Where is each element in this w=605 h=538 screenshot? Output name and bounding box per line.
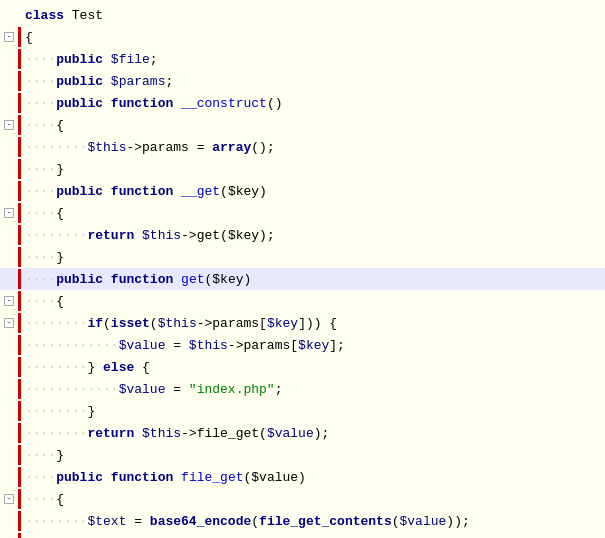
fold-box[interactable]: - [4,208,14,218]
var-token: $key [267,316,298,331]
code-content: ····{ [21,118,605,133]
method-token: file_get [181,470,243,485]
indent-dots-token: ········ [25,426,87,441]
indent-dots-token: ···· [25,52,56,67]
fold-box[interactable]: - [4,494,14,504]
plain-token: ( [150,316,158,331]
kw-file_get_contents-token: file_get_contents [259,514,392,529]
indent-dots-token: ···· [25,118,56,133]
indent-dots-token: ···· [25,250,56,265]
code-line: ········return $this->get($key); [0,224,605,246]
kw-function-token: function [111,470,173,485]
code-content: ····public $params; [21,74,605,89]
var-token: $this [142,228,181,243]
code-line: ····public $file; [0,48,605,70]
gutter: - [0,296,18,306]
code-content: ····public function get($key) [21,272,605,287]
plain-token: ( [392,514,400,529]
kw-class-token: class [25,8,64,23]
var-token: $file [111,52,150,67]
plain-token: -> [126,140,142,155]
indent-dots-token: ···· [25,74,56,89]
var-token: $params [111,74,166,89]
code-content: ····public function file_get($value) [21,470,605,485]
indent-dots-token: ···· [25,272,56,287]
var-token: $this [158,316,197,331]
plain-token [173,184,181,199]
plain-token [173,272,181,287]
var-token: $this [87,140,126,155]
plain-token: { [134,360,150,375]
code-content: ········return $this->get($key); [21,228,605,243]
code-line: ········$this->params = array(); [0,136,605,158]
gutter: - [0,494,18,504]
code-line: -{ [0,26,605,48]
method-token: get [181,272,204,287]
plain-token: Test [64,8,103,23]
var-token: $this [142,426,181,441]
code-editor: class Test-{····public $file;····public … [0,0,605,538]
indent-dots-token: ···· [25,448,56,463]
code-line: -····{ [0,290,605,312]
indent-dots-token: ········ [25,316,87,331]
var-token: $this [189,338,228,353]
plain-token: (); [251,140,274,155]
fold-box[interactable]: - [4,296,14,306]
indent-dots-token: ············ [25,382,119,397]
plain-token: } [87,360,103,375]
method-token: __get [181,184,220,199]
kw-function-token: function [111,184,173,199]
code-line: ····public function __construct() [0,92,605,114]
fold-box[interactable]: - [4,120,14,130]
indent-dots-token: ···· [25,162,56,177]
code-line: ····public $params; [0,70,605,92]
plain-token: -> [181,228,197,243]
indent-dots-token: ········ [25,140,87,155]
plain-token: ; [150,52,158,67]
code-content: ············$value = "index.php"; [21,382,605,397]
code-content: ····{ [21,492,605,507]
kw-public-token: public [56,52,103,67]
code-content: ········$text = base64_encode(file_get_c… [21,514,605,529]
kw-isset-token: isset [111,316,150,331]
plain-token: ( [103,316,111,331]
code-content: ········return $this->file_get($value); [21,426,605,441]
kw-public-token: public [56,74,103,89]
code-line: ····public function __get($key) [0,180,605,202]
code-line: ····public function file_get($value) [0,466,605,488]
fold-box[interactable]: - [4,32,14,42]
plain-token: } [56,448,64,463]
plain-token: ->params[ [197,316,267,331]
plain-token: { [56,206,64,221]
plain-token [173,470,181,485]
plain-token: ->params[ [228,338,298,353]
plain-token: ])) { [298,316,337,331]
kw-if-token: if [87,316,103,331]
plain-token: -> [181,426,197,441]
code-content: ····} [21,162,605,177]
plain-token: ); [314,426,330,441]
code-line: ····public function get($key) [0,268,605,290]
code-line: class Test [0,4,605,26]
var-token: $value [119,382,166,397]
indent-dots-token: ············ [25,338,119,353]
kw-base64-token: base64_encode [150,514,251,529]
plain-token: { [56,118,64,133]
code-content: ····{ [21,206,605,221]
plain-token: )); [446,514,469,529]
indent-dots-token: ········ [25,514,87,529]
indent-dots-token: ········ [25,404,87,419]
var-token: $text [87,514,126,529]
code-line: ····} [0,444,605,466]
code-line: ········return $text; [0,532,605,538]
indent-dots-token: ········ [25,228,87,243]
plain-token: } [56,162,64,177]
code-line: ········return $this->file_get($value); [0,422,605,444]
code-content: ····} [21,250,605,265]
plain-token: get($key); [197,228,275,243]
plain-token: file_get( [197,426,267,441]
string-token: "index.php" [189,382,275,397]
code-content: { [21,30,605,45]
indent-dots-token: ···· [25,184,56,199]
fold-box[interactable]: - [4,318,14,328]
